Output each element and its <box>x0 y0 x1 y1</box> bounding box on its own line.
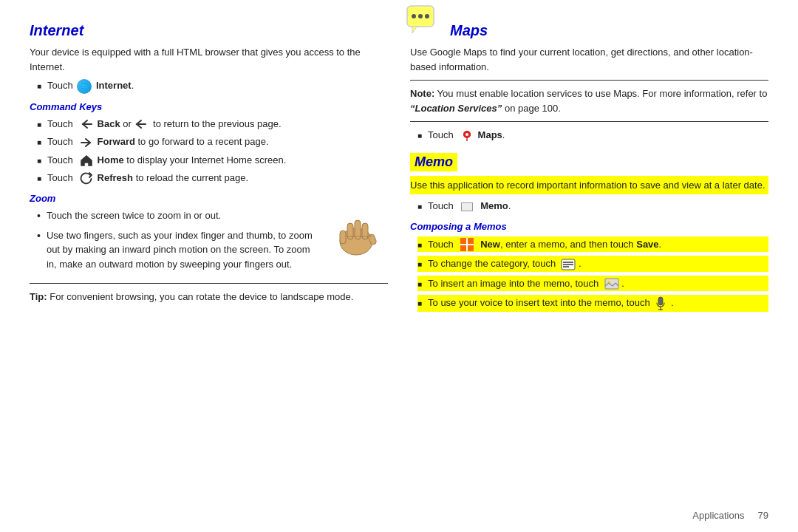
tip-text: For convenient browsing, you can rotate … <box>50 291 353 302</box>
composing-item-2: To change the category, touch . <box>417 256 768 272</box>
home-item: Touch Home to display your Internet Home… <box>37 153 388 168</box>
note-box: Note: You must enable location services … <box>410 80 768 122</box>
memo-bold: Memo <box>480 200 508 211</box>
maps-touch-item: Touch Maps. <box>417 128 768 143</box>
back-bold: Back <box>98 118 120 129</box>
memo-icon <box>461 202 473 211</box>
internet-body: Your device is equipped with a full HTML… <box>30 45 388 74</box>
refresh-item: Touch Refresh to reload the current page… <box>37 171 388 185</box>
maps-bold-label: Maps <box>478 129 502 140</box>
category-icon <box>561 259 576 270</box>
back-arrow-icon <box>135 119 149 129</box>
composing-item-1: Touch New, enter a memo, and then touch … <box>417 236 768 253</box>
composing-list: Touch New, enter a memo, and then touch … <box>410 236 768 312</box>
memo-title: Memo <box>410 153 457 171</box>
composing-text-1: Touch New, enter a memo, and then touch … <box>428 237 661 252</box>
refresh-bold: Refresh <box>98 172 133 183</box>
forward-bold: Forward <box>98 136 135 147</box>
internet-section: Internet Your device is equipped with a … <box>30 22 388 304</box>
back-text: Touch Back or to return to the previous … <box>47 117 281 132</box>
composing-item-4: To use your voice to insert text into th… <box>417 295 768 312</box>
svg-point-13 <box>418 14 423 18</box>
mic-icon <box>655 296 666 311</box>
zoom-item-2: Use two fingers, such as your index fing… <box>37 228 318 272</box>
composing-text-3: To insert an image into the memo, touch … <box>428 276 624 291</box>
home-text: Touch Home to display your Internet Home… <box>47 153 286 168</box>
command-keys-list: Touch Back or to return to the previous … <box>30 117 388 185</box>
back-item: Touch Back or to return to the previous … <box>37 117 388 132</box>
svg-rect-6 <box>362 223 368 239</box>
memo-touch-text: Touch Memo. <box>428 199 511 214</box>
new-icon <box>460 238 474 251</box>
refresh-text: Touch Refresh to reload the current page… <box>47 171 248 185</box>
maps-touch-text: Touch Maps. <box>428 128 505 143</box>
forward-icon <box>80 137 93 148</box>
footer-page: 79 <box>758 510 768 521</box>
zoom-text-2: Use two fingers, such as your index fing… <box>47 228 318 272</box>
note-text: You must enable location services to use… <box>437 88 768 99</box>
svg-rect-7 <box>340 231 346 244</box>
composing-title: Composing a Memos <box>410 221 768 232</box>
internet-touch-item: Touch 🌐 Internet. <box>37 78 388 94</box>
maps-pin-icon <box>460 129 474 143</box>
internet-title: Internet <box>30 22 388 39</box>
svg-rect-4 <box>347 223 353 239</box>
refresh-icon <box>80 172 93 185</box>
home-bold: Home <box>98 154 124 166</box>
memo-section: Memo Use this application to record impo… <box>410 153 768 318</box>
note-italic: “Location Services” <box>410 103 502 114</box>
maps-bullet-list: Touch Maps. <box>410 128 768 143</box>
tip-label: Tip: <box>30 291 47 302</box>
note-label: Note: <box>410 88 434 99</box>
maps-header: Maps <box>410 22 768 39</box>
svg-point-14 <box>425 14 429 18</box>
zoom-title: Zoom <box>30 193 388 204</box>
page-footer: Applications 79 <box>692 510 768 521</box>
internet-bold-label: Internet <box>96 80 132 91</box>
memo-touch-item: Touch Memo. <box>417 199 768 214</box>
left-column: Internet Your device is equipped with a … <box>30 22 388 517</box>
note-end: on page 100. <box>505 103 561 114</box>
zoom-item-1: Touch the screen twice to zoom in or out… <box>37 208 318 224</box>
maps-section: Maps Use Google Maps to find your curren… <box>410 22 768 149</box>
chat-bubble-icon <box>406 5 437 36</box>
footer-label: Applications <box>692 510 744 521</box>
svg-rect-24 <box>658 297 663 305</box>
memo-highlight-body: Use this application to record important… <box>410 176 768 195</box>
internet-bullet-list: Touch 🌐 Internet. <box>30 78 388 94</box>
svg-point-16 <box>466 133 468 136</box>
zoom-illustration <box>325 208 388 266</box>
svg-point-12 <box>412 14 416 18</box>
composing-text-4: To use your voice to insert text into th… <box>428 296 674 311</box>
forward-item: Touch Forward to go forward to a recent … <box>37 134 388 149</box>
hand-icon <box>325 208 388 264</box>
save-bold: Save <box>636 239 658 250</box>
maps-body: Use Google Maps to find your current loc… <box>410 45 768 74</box>
svg-marker-11 <box>412 27 417 33</box>
back-icon <box>80 119 93 129</box>
right-column: Maps Use Google Maps to find your curren… <box>410 22 768 517</box>
composing-text-2: To change the category, touch . <box>428 256 582 271</box>
image-icon <box>604 278 619 290</box>
zoom-text-1: Touch the screen twice to zoom in or out… <box>47 208 221 223</box>
globe-icon: 🌐 <box>77 79 92 94</box>
memo-bullet-list: Touch Memo. <box>410 199 768 214</box>
maps-title: Maps <box>450 22 488 39</box>
composing-item-3: To insert an image into the memo, touch … <box>417 276 768 292</box>
home-icon <box>80 154 93 166</box>
forward-text: Touch Forward to go forward to a recent … <box>47 134 269 149</box>
new-bold: New <box>480 239 500 250</box>
composing-section: Composing a Memos Touch New, enter a mem… <box>410 221 768 312</box>
internet-touch-text: Touch 🌐 Internet. <box>47 78 134 94</box>
command-keys-title: Command Keys <box>30 101 388 112</box>
zoom-content: Touch the screen twice to zoom in or out… <box>30 208 388 278</box>
tip-box: Tip: For convenient browsing, you can ro… <box>30 283 388 304</box>
